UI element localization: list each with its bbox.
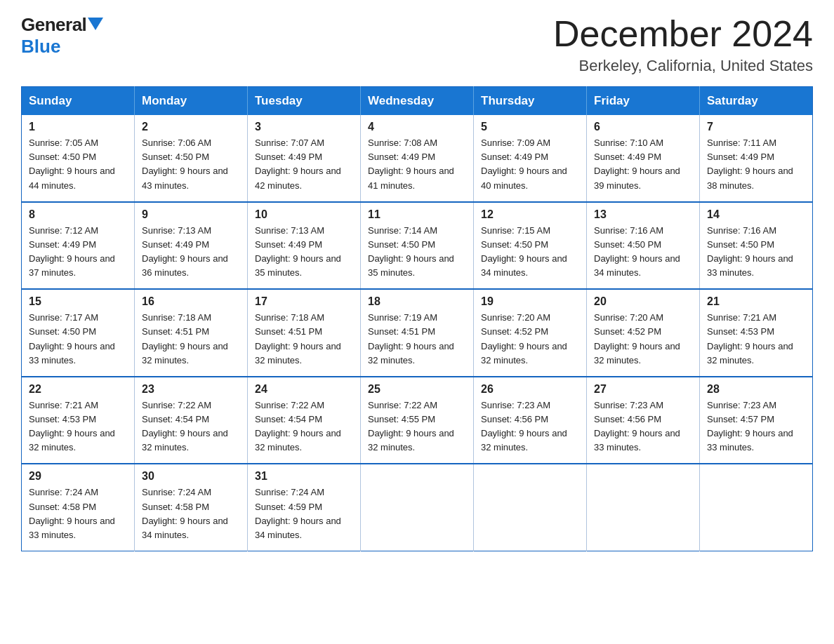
calendar-day-cell: 3Sunrise: 7:07 AMSunset: 4:49 PMDaylight… [248, 115, 361, 202]
day-info: Sunrise: 7:15 AMSunset: 4:50 PMDaylight:… [481, 224, 579, 281]
logo-general-text: General [21, 14, 86, 36]
day-of-week-header: Wednesday [361, 87, 474, 116]
day-number: 5 [481, 121, 579, 133]
calendar-day-cell: 27Sunrise: 7:23 AMSunset: 4:56 PMDayligh… [587, 377, 700, 464]
day-info: Sunrise: 7:18 AMSunset: 4:51 PMDaylight:… [142, 311, 240, 368]
day-info: Sunrise: 7:12 AMSunset: 4:49 PMDaylight:… [29, 224, 127, 281]
day-number: 26 [481, 383, 579, 396]
calendar-header-row: SundayMondayTuesdayWednesdayThursdayFrid… [22, 87, 813, 116]
day-of-week-header: Sunday [22, 87, 135, 116]
day-of-week-header: Tuesday [248, 87, 361, 116]
day-number: 7 [707, 121, 805, 133]
calendar-day-cell: 2Sunrise: 7:06 AMSunset: 4:50 PMDaylight… [135, 115, 248, 202]
day-info: Sunrise: 7:16 AMSunset: 4:50 PMDaylight:… [707, 224, 805, 281]
day-number: 6 [594, 121, 692, 133]
day-number: 23 [142, 383, 240, 396]
calendar-week-row: 1Sunrise: 7:05 AMSunset: 4:50 PMDaylight… [22, 115, 813, 202]
calendar-day-cell: 15Sunrise: 7:17 AMSunset: 4:50 PMDayligh… [22, 289, 135, 377]
title-block: December 2024 Berkeley, California, Unit… [553, 14, 813, 75]
day-info: Sunrise: 7:13 AMSunset: 4:49 PMDaylight:… [142, 224, 240, 281]
day-number: 13 [594, 208, 692, 221]
day-number: 12 [481, 208, 579, 221]
day-info: Sunrise: 7:21 AMSunset: 4:53 PMDaylight:… [707, 311, 805, 368]
day-number: 11 [368, 208, 466, 221]
calendar-week-row: 29Sunrise: 7:24 AMSunset: 4:58 PMDayligh… [22, 464, 813, 551]
day-of-week-header: Friday [587, 87, 700, 116]
calendar-day-cell: 17Sunrise: 7:18 AMSunset: 4:51 PMDayligh… [248, 289, 361, 377]
day-info: Sunrise: 7:22 AMSunset: 4:54 PMDaylight:… [142, 398, 240, 455]
calendar-day-cell: 7Sunrise: 7:11 AMSunset: 4:49 PMDaylight… [700, 115, 813, 202]
day-info: Sunrise: 7:17 AMSunset: 4:50 PMDaylight:… [29, 311, 127, 368]
day-number: 29 [29, 470, 127, 483]
calendar-day-cell: 25Sunrise: 7:22 AMSunset: 4:55 PMDayligh… [361, 377, 474, 464]
calendar-week-row: 15Sunrise: 7:17 AMSunset: 4:50 PMDayligh… [22, 289, 813, 377]
day-info: Sunrise: 7:07 AMSunset: 4:49 PMDaylight:… [255, 136, 353, 193]
day-info: Sunrise: 7:06 AMSunset: 4:50 PMDaylight:… [142, 136, 240, 193]
calendar-day-cell: 8Sunrise: 7:12 AMSunset: 4:49 PMDaylight… [22, 202, 135, 290]
day-number: 20 [594, 295, 692, 308]
day-number: 3 [255, 121, 353, 133]
day-info: Sunrise: 7:24 AMSunset: 4:58 PMDaylight:… [142, 485, 240, 542]
day-info: Sunrise: 7:23 AMSunset: 4:57 PMDaylight:… [707, 398, 805, 455]
day-number: 2 [142, 121, 240, 133]
day-info: Sunrise: 7:10 AMSunset: 4:49 PMDaylight:… [594, 136, 692, 193]
day-info: Sunrise: 7:14 AMSunset: 4:50 PMDaylight:… [368, 224, 466, 281]
day-info: Sunrise: 7:23 AMSunset: 4:56 PMDaylight:… [594, 398, 692, 455]
day-info: Sunrise: 7:22 AMSunset: 4:54 PMDaylight:… [255, 398, 353, 455]
calendar-day-cell: 10Sunrise: 7:13 AMSunset: 4:49 PMDayligh… [248, 202, 361, 290]
day-number: 14 [707, 208, 805, 221]
logo-triangle-icon [88, 16, 103, 34]
day-info: Sunrise: 7:08 AMSunset: 4:49 PMDaylight:… [368, 136, 466, 193]
calendar-day-cell [474, 464, 587, 551]
day-number: 16 [142, 295, 240, 308]
calendar-day-cell: 19Sunrise: 7:20 AMSunset: 4:52 PMDayligh… [474, 289, 587, 377]
day-info: Sunrise: 7:13 AMSunset: 4:49 PMDaylight:… [255, 224, 353, 281]
day-number: 19 [481, 295, 579, 308]
calendar-day-cell: 21Sunrise: 7:21 AMSunset: 4:53 PMDayligh… [700, 289, 813, 377]
logo: General Blue [21, 14, 103, 58]
day-info: Sunrise: 7:11 AMSunset: 4:49 PMDaylight:… [707, 136, 805, 193]
day-number: 31 [255, 470, 353, 483]
calendar-week-row: 8Sunrise: 7:12 AMSunset: 4:49 PMDaylight… [22, 202, 813, 290]
logo-blue-text: Blue [21, 36, 60, 57]
calendar-day-cell [587, 464, 700, 551]
day-number: 1 [29, 121, 127, 133]
calendar-day-cell [700, 464, 813, 551]
day-info: Sunrise: 7:24 AMSunset: 4:59 PMDaylight:… [255, 485, 353, 542]
month-title: December 2024 [553, 14, 813, 54]
day-info: Sunrise: 7:05 AMSunset: 4:50 PMDaylight:… [29, 136, 127, 193]
calendar-day-cell: 24Sunrise: 7:22 AMSunset: 4:54 PMDayligh… [248, 377, 361, 464]
day-of-week-header: Saturday [700, 87, 813, 116]
day-info: Sunrise: 7:20 AMSunset: 4:52 PMDaylight:… [594, 311, 692, 368]
day-number: 27 [594, 383, 692, 396]
location-text: Berkeley, California, United States [553, 57, 813, 75]
calendar-day-cell: 30Sunrise: 7:24 AMSunset: 4:58 PMDayligh… [135, 464, 248, 551]
calendar-day-cell: 20Sunrise: 7:20 AMSunset: 4:52 PMDayligh… [587, 289, 700, 377]
page-header: General Blue December 2024 Berkeley, Cal… [21, 14, 813, 75]
calendar-table: SundayMondayTuesdayWednesdayThursdayFrid… [21, 86, 813, 551]
calendar-day-cell: 1Sunrise: 7:05 AMSunset: 4:50 PMDaylight… [22, 115, 135, 202]
calendar-day-cell: 12Sunrise: 7:15 AMSunset: 4:50 PMDayligh… [474, 202, 587, 290]
day-number: 8 [29, 208, 127, 221]
day-info: Sunrise: 7:24 AMSunset: 4:58 PMDaylight:… [29, 485, 127, 542]
calendar-day-cell: 4Sunrise: 7:08 AMSunset: 4:49 PMDaylight… [361, 115, 474, 202]
calendar-day-cell: 16Sunrise: 7:18 AMSunset: 4:51 PMDayligh… [135, 289, 248, 377]
calendar-week-row: 22Sunrise: 7:21 AMSunset: 4:53 PMDayligh… [22, 377, 813, 464]
calendar-day-cell: 14Sunrise: 7:16 AMSunset: 4:50 PMDayligh… [700, 202, 813, 290]
calendar-day-cell: 9Sunrise: 7:13 AMSunset: 4:49 PMDaylight… [135, 202, 248, 290]
calendar-day-cell: 31Sunrise: 7:24 AMSunset: 4:59 PMDayligh… [248, 464, 361, 551]
day-number: 25 [368, 383, 466, 396]
day-number: 24 [255, 383, 353, 396]
day-of-week-header: Monday [135, 87, 248, 116]
day-number: 9 [142, 208, 240, 221]
day-number: 28 [707, 383, 805, 396]
day-number: 15 [29, 295, 127, 308]
day-info: Sunrise: 7:16 AMSunset: 4:50 PMDaylight:… [594, 224, 692, 281]
day-info: Sunrise: 7:22 AMSunset: 4:55 PMDaylight:… [368, 398, 466, 455]
day-number: 21 [707, 295, 805, 308]
day-number: 22 [29, 383, 127, 396]
calendar-day-cell: 18Sunrise: 7:19 AMSunset: 4:51 PMDayligh… [361, 289, 474, 377]
calendar-day-cell: 6Sunrise: 7:10 AMSunset: 4:49 PMDaylight… [587, 115, 700, 202]
calendar-day-cell: 11Sunrise: 7:14 AMSunset: 4:50 PMDayligh… [361, 202, 474, 290]
day-info: Sunrise: 7:23 AMSunset: 4:56 PMDaylight:… [481, 398, 579, 455]
